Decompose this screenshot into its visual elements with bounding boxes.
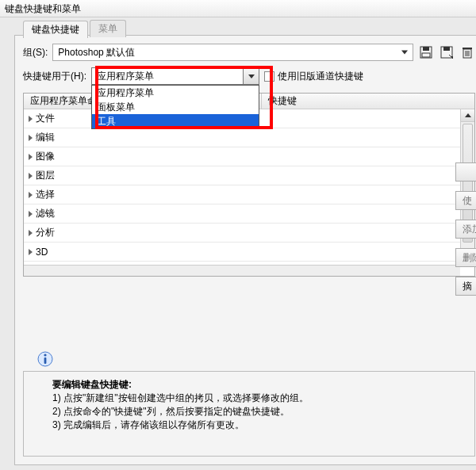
expand-icon bbox=[29, 154, 33, 160]
legacy-channel-checkbox[interactable]: 使用旧版通道快捷键 bbox=[264, 70, 363, 83]
tab-shortcuts[interactable]: 键盘快捷键 bbox=[23, 21, 88, 38]
save-icon[interactable] bbox=[418, 44, 434, 60]
list-item-label: 选择 bbox=[36, 188, 55, 201]
group-row: 组(S): Photoshop 默认值 bbox=[15, 36, 476, 66]
expand-icon bbox=[29, 173, 33, 179]
main-panel: 键盘快捷键 菜单 组(S): Photoshop 默认值 快捷键用于(H): bbox=[14, 35, 476, 465]
legacy-channel-label: 使用旧版通道快捷键 bbox=[278, 70, 363, 83]
list-item-label: 图像 bbox=[36, 150, 55, 163]
svg-point-12 bbox=[44, 353, 46, 356]
info-box: 要编辑键盘快捷键: 1) 点按"新建组"按钮创建选中组的拷贝，或选择要修改的组。… bbox=[23, 371, 475, 457]
list-item-label: 分析 bbox=[36, 226, 55, 239]
save-as-icon[interactable] bbox=[439, 44, 455, 60]
list-item-label: 图层 bbox=[36, 169, 55, 182]
expand-icon bbox=[29, 116, 33, 122]
info-icon bbox=[37, 351, 53, 367]
list-item[interactable]: 图层 bbox=[24, 166, 474, 185]
chevron-down-icon[interactable] bbox=[243, 68, 259, 84]
expand-icon bbox=[29, 249, 33, 255]
dialog-window: 键盘快捷键和菜单 键盘快捷键 菜单 组(S): Photoshop 默认值 快捷… bbox=[0, 0, 476, 470]
shortcut-for-label: 快捷键用于(H): bbox=[23, 70, 86, 83]
svg-rect-2 bbox=[422, 53, 430, 57]
list-item[interactable]: 3D bbox=[24, 243, 474, 262]
dropdown-opt-panel-menu[interactable]: 面板菜单 bbox=[92, 100, 259, 114]
info-line-3: 3) 完成编辑后，请存储该组以存储所有更改。 bbox=[52, 418, 466, 432]
list-item[interactable]: 选择 bbox=[24, 185, 474, 204]
expand-icon bbox=[29, 230, 33, 236]
side-btn-summary[interactable]: 摘 bbox=[455, 277, 476, 296]
expand-icon bbox=[29, 211, 33, 217]
side-btn-add: 添加 bbox=[455, 220, 476, 239]
col-shortcut[interactable]: 快捷键 bbox=[262, 94, 474, 109]
info-line-1: 1) 点按"新建组"按钮创建选中组的拷贝，或选择要修改的组。 bbox=[52, 392, 466, 405]
dropdown-opt-tools[interactable]: 工具 bbox=[92, 114, 259, 128]
svg-rect-4 bbox=[443, 47, 450, 51]
horizontal-scrollbar[interactable] bbox=[24, 265, 460, 276]
tab-menus[interactable]: 菜单 bbox=[90, 20, 126, 37]
checkbox-box-icon bbox=[264, 71, 274, 82]
shortcut-for-dropdown: 应用程序菜单 面板菜单 工具 bbox=[91, 85, 259, 129]
list-item-label: 文件 bbox=[36, 112, 55, 125]
window-title: 键盘快捷键和菜单 bbox=[0, 0, 476, 17]
list-item-label: 3D bbox=[36, 246, 48, 258]
side-btn-accept bbox=[455, 162, 476, 182]
shortcut-for-combo[interactable]: 应用程序菜单 bbox=[91, 67, 259, 85]
svg-rect-1 bbox=[423, 47, 429, 51]
group-label: 组(S): bbox=[23, 46, 48, 59]
svg-rect-13 bbox=[44, 357, 47, 364]
expand-icon bbox=[29, 135, 33, 141]
list-item[interactable]: 图像 bbox=[24, 147, 474, 166]
info-title: 要编辑键盘快捷键: bbox=[52, 378, 466, 392]
list-item[interactable]: 编辑 bbox=[24, 128, 474, 147]
list-item[interactable]: 滤镜 bbox=[24, 204, 474, 224]
expand-icon bbox=[29, 192, 33, 198]
trash-icon[interactable] bbox=[459, 44, 475, 60]
set-select[interactable]: Photoshop 默认值 bbox=[52, 44, 413, 61]
scroll-up-icon[interactable] bbox=[461, 109, 474, 122]
side-btn-use: 使 bbox=[455, 191, 476, 210]
side-btn-delete: 删除 bbox=[455, 248, 476, 267]
tabstrip: 键盘快捷键 菜单 bbox=[23, 21, 128, 37]
shortcut-for-row: 快捷键用于(H): 应用程序菜单 应用程序菜单 面板菜单 工具 使用旧版通道快捷… bbox=[15, 66, 476, 90]
side-buttons-stack: 使 添加 删除 摘 bbox=[455, 162, 476, 296]
set-select-value: Photoshop 默认值 bbox=[58, 46, 135, 59]
list-item-label: 滤镜 bbox=[36, 207, 55, 220]
svg-rect-7 bbox=[463, 48, 472, 49]
list-item-label: 编辑 bbox=[36, 131, 55, 144]
dropdown-opt-app-menu[interactable]: 应用程序菜单 bbox=[92, 86, 259, 100]
list-body: 文件 编辑 图像 图层 选择 滤镜 分析 3D 视图 bbox=[24, 109, 474, 276]
info-line-2: 2) 点按命令的"快捷键"列，然后按要指定的键盘快捷键。 bbox=[52, 405, 466, 418]
shortcut-for-value: 应用程序菜单 bbox=[97, 70, 154, 83]
list-item[interactable]: 分析 bbox=[24, 224, 474, 243]
